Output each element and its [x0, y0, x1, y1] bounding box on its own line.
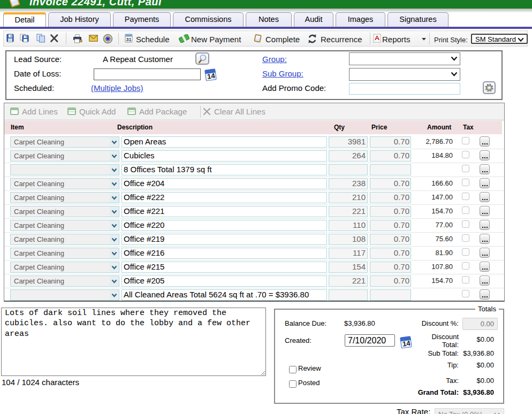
svg-text:14: 14	[207, 72, 216, 81]
svg-text:31: 31	[126, 37, 131, 42]
